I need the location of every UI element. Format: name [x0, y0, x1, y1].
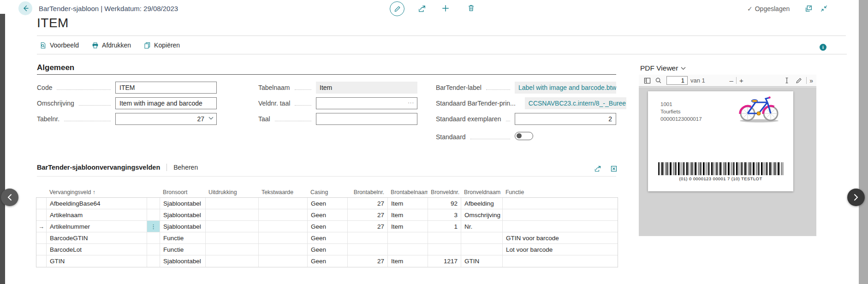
- cell-vervangingsveld[interactable]: Artikelnaam: [47, 209, 147, 221]
- chevron-down-icon[interactable]: [208, 117, 214, 120]
- cell-bronveldnr[interactable]: [428, 232, 461, 244]
- share-small-icon[interactable]: [593, 164, 602, 173]
- cell-brontabelnaam[interactable]: [388, 232, 428, 244]
- cell-vervangingsveld[interactable]: AfbeeldingBase64: [47, 198, 147, 209]
- row-selector-cell[interactable]: [36, 255, 47, 267]
- header-bronsoort[interactable]: Bronsoort: [160, 189, 205, 197]
- next-record-button[interactable]: [847, 189, 865, 206]
- cell-bronsoort[interactable]: Sjabloontabel: [160, 255, 206, 267]
- code-input[interactable]: [115, 82, 217, 94]
- copy-button[interactable]: Kopiëren: [144, 41, 180, 49]
- cell-brontabelnaam[interactable]: Item: [388, 198, 428, 209]
- cell-bronsoort[interactable]: Sjabloontabel: [160, 221, 206, 232]
- cell-brontabelnaam[interactable]: Item: [388, 255, 428, 267]
- cell-util[interactable]: [147, 198, 160, 209]
- cell-bronveldnr[interactable]: 3: [428, 209, 461, 221]
- cell-bronveldnaam[interactable]: [461, 244, 503, 255]
- cell-tekstwaarde[interactable]: [259, 244, 308, 255]
- cell-bronveldnr[interactable]: 92: [428, 198, 461, 209]
- collapse-button[interactable]: [820, 4, 828, 13]
- cell-brontabelnr[interactable]: 27: [348, 198, 388, 209]
- header-bronveldnaam[interactable]: Bronveldnaam: [461, 189, 502, 197]
- cell-functie[interactable]: Lot voor barcode: [503, 244, 618, 255]
- cell-vervangingsveld[interactable]: BarcodeGTIN: [47, 232, 147, 244]
- more-tools-icon[interactable]: »: [809, 77, 813, 84]
- share-button[interactable]: [417, 4, 426, 13]
- cell-uitdrukking[interactable]: [206, 209, 259, 221]
- cell-bronveldnaam[interactable]: GTIN: [461, 255, 503, 267]
- cell-casing[interactable]: Geen: [308, 198, 348, 209]
- cell-functie[interactable]: GTIN voor barcode: [503, 232, 618, 244]
- row-selector-cell[interactable]: [36, 232, 47, 244]
- cell-functie[interactable]: [503, 209, 618, 221]
- popout-button[interactable]: [804, 4, 813, 13]
- open-in-excel-icon[interactable]: [609, 164, 618, 173]
- pdf-viewer-title[interactable]: PDF Viewer: [640, 64, 686, 72]
- cell-brontabelnr[interactable]: 27: [348, 255, 388, 267]
- cell-uitdrukking[interactable]: [206, 198, 259, 209]
- zoom-in-icon[interactable]: +: [739, 77, 743, 84]
- cell-casing[interactable]: Geen: [308, 244, 348, 255]
- cell-bronveldnr[interactable]: 1217: [428, 255, 461, 267]
- cell-uitdrukking[interactable]: [206, 244, 259, 255]
- description-input[interactable]: [115, 97, 217, 109]
- cell-vervangingsveld[interactable]: Artikelnummer: [47, 221, 147, 232]
- cell-tekstwaarde[interactable]: [259, 255, 308, 267]
- delete-button[interactable]: [467, 4, 476, 12]
- edit-button[interactable]: [390, 1, 404, 16]
- breadcrumb[interactable]: BarTender-sjabloon | Werkdatum: 29/08/20…: [39, 5, 178, 12]
- bartender-label-link[interactable]: Label with image and barcode.btw: [515, 82, 616, 94]
- cell-bronsoort[interactable]: Functie: [160, 244, 206, 255]
- cell-brontabelnaam[interactable]: [388, 244, 428, 255]
- cell-functie[interactable]: [503, 198, 618, 209]
- cell-util[interactable]: [147, 209, 160, 221]
- row-selector-cell[interactable]: [36, 209, 47, 221]
- cell-functie[interactable]: [503, 255, 618, 267]
- previous-record-button[interactable]: [1, 189, 18, 206]
- cell-util[interactable]: [147, 232, 160, 244]
- info-icon[interactable]: i: [820, 44, 826, 51]
- back-button[interactable]: [18, 1, 32, 15]
- cell-bronveldnr[interactable]: 1: [428, 221, 461, 232]
- cell-bronveldnaam[interactable]: Afbeelding: [461, 198, 503, 209]
- row-options-icon[interactable]: ⋮: [147, 221, 160, 232]
- cell-tekstwaarde[interactable]: [259, 221, 308, 232]
- cell-tekstwaarde[interactable]: [259, 232, 308, 244]
- sidebar-toggle-icon[interactable]: [642, 76, 652, 85]
- cell-util[interactable]: [147, 244, 160, 255]
- cell-brontabelnr[interactable]: [348, 244, 388, 255]
- header-brontabelnr[interactable]: Brontabelnr.: [347, 189, 387, 197]
- cell-uitdrukking[interactable]: [206, 232, 259, 244]
- default-copies-input[interactable]: [515, 113, 616, 125]
- cell-bronveldnr[interactable]: [428, 244, 461, 255]
- header-brontabelnaam[interactable]: Brontabelnaam: [387, 189, 428, 197]
- table-no-input[interactable]: [115, 113, 217, 125]
- row-selector-cell[interactable]: →: [36, 221, 47, 232]
- header-tekstwaarde[interactable]: Tekstwaarde: [258, 189, 307, 197]
- header-casing[interactable]: Casing: [307, 189, 347, 197]
- zoom-out-icon[interactable]: –: [730, 77, 733, 84]
- cell-casing[interactable]: Geen: [308, 221, 348, 232]
- cell-casing[interactable]: Geen: [308, 255, 348, 267]
- page-number-input[interactable]: [666, 76, 688, 85]
- cell-brontabelnaam[interactable]: Item: [388, 209, 428, 221]
- annotate-pencil-icon[interactable]: [794, 76, 803, 85]
- add-button[interactable]: [441, 4, 450, 12]
- row-selector-cell[interactable]: [36, 198, 47, 209]
- pdf-canvas[interactable]: 1001 Tourfiets 00000123000017: [639, 87, 816, 236]
- cell-functie[interactable]: [503, 221, 618, 232]
- cell-tekstwaarde[interactable]: [259, 198, 308, 209]
- field-no-language-input[interactable]: [316, 97, 417, 109]
- cell-bronveldnaam[interactable]: [461, 232, 503, 244]
- search-icon[interactable]: [654, 76, 663, 85]
- header-bronveldnr[interactable]: Bronveldnr.: [428, 189, 461, 197]
- header-uitdrukking[interactable]: Uitdrukking: [205, 189, 258, 197]
- header-vervangingsveld[interactable]: Vervangingsveld ↑: [46, 189, 147, 197]
- cell-tekstwaarde[interactable]: [259, 209, 308, 221]
- cell-uitdrukking[interactable]: [206, 255, 259, 267]
- cell-brontabelnr[interactable]: [348, 232, 388, 244]
- default-printer-link[interactable]: CCSNAVBC23.c.intern/8_-_Bureel_Ma...: [525, 97, 626, 109]
- header-functie[interactable]: Functie: [502, 189, 618, 197]
- cell-bronsoort[interactable]: Sjabloontabel: [160, 198, 206, 209]
- cell-util[interactable]: [147, 255, 160, 267]
